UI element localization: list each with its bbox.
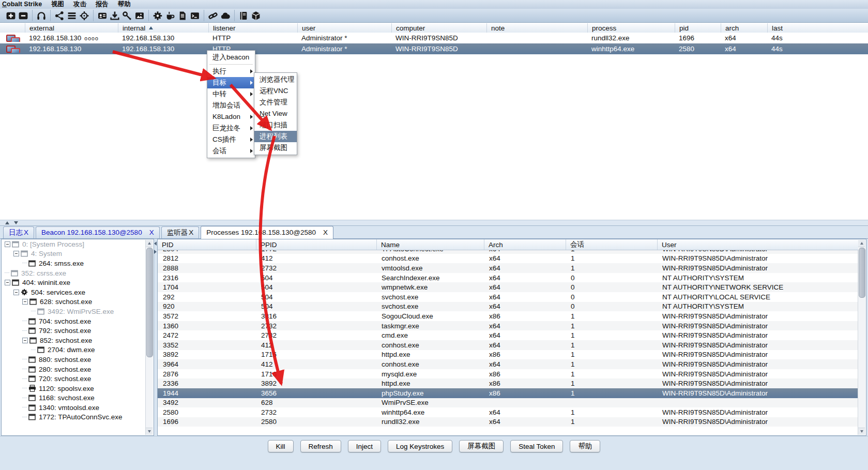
crosshair-icon[interactable] <box>78 10 90 21</box>
steal-token-button[interactable]: Steal Token <box>510 440 563 452</box>
book-icon[interactable] <box>237 10 250 21</box>
column-header-computer[interactable]: computer <box>391 23 486 33</box>
coffee-icon[interactable] <box>164 10 176 21</box>
process-row[interactable]: 3964412conhost.exex641WIN-RRI9T9SN85D\Ad… <box>158 359 858 369</box>
process-table-scrollbar[interactable] <box>858 240 865 435</box>
tab-close-icon[interactable]: X <box>24 229 28 236</box>
menu-item-spawn-session[interactable]: 增加会话 <box>207 100 255 111</box>
menu-item-pivoting[interactable]: 中转 <box>207 88 255 100</box>
menu-item-enter-beacon[interactable]: 进入beacon <box>207 52 255 63</box>
process-row[interactable]: 2812412conhost.exex641WIN-RRI9T9SN85D\Ad… <box>158 254 858 264</box>
log-keystrokes-button[interactable]: Log Keystrokes <box>388 440 452 452</box>
column-header-process[interactable]: process <box>587 23 675 33</box>
tree-item[interactable]: 352: csrss.exe <box>2 268 154 278</box>
menu-item-target[interactable]: 目标 <box>207 77 255 88</box>
tree-item[interactable]: 504: services.exe <box>2 287 154 297</box>
tree-item[interactable]: 1120: spoolsv.exe <box>2 384 154 393</box>
process-row[interactable]: 292504svchost.exex640NT AUTHORITY\LOCAL … <box>158 292 858 302</box>
column-header-session[interactable]: 会话 <box>566 239 657 250</box>
process-row[interactable]: 1704504wmpnetwk.exex640NT AUTHORITY\NETW… <box>158 282 858 292</box>
scroll-up-icon[interactable] <box>146 240 153 247</box>
tab-close-icon[interactable]: X <box>189 229 193 236</box>
session-row[interactable]: 192.168.158.130192.168.158.130HTTPAdmini… <box>0 43 868 54</box>
scroll-down-icon[interactable] <box>858 428 865 435</box>
column-header-process-name[interactable]: Name <box>376 239 484 250</box>
column-header-note[interactable]: note <box>486 23 587 33</box>
column-header-last[interactable]: last <box>767 23 868 33</box>
link-icon[interactable] <box>207 10 219 21</box>
column-header-ppid[interactable]: PPID <box>256 239 376 250</box>
process-row[interactable]: 13602732taskmgr.exex641WIN-RRI9T9SN85D\A… <box>158 321 858 331</box>
process-scrollbar-thumb[interactable] <box>859 248 865 298</box>
tree-item[interactable]: 880: svchost.exe <box>2 355 154 365</box>
splitter-collapse-right-icon[interactable] <box>154 250 157 254</box>
tree-collapse-icon[interactable] <box>22 338 28 343</box>
horizontal-splitter[interactable] <box>0 220 868 226</box>
menu-item-execute[interactable]: 执行 <box>207 66 255 77</box>
process-row[interactable]: 3492628WmiPrvSE.exe <box>158 398 858 408</box>
image-icon[interactable] <box>133 10 146 21</box>
tree-item[interactable]: 4: System <box>2 249 154 259</box>
submenu-item-process-list[interactable]: 进程列表 <box>254 131 297 142</box>
screenshot-button[interactable]: 屏幕截图 <box>459 440 504 452</box>
tab-beacon[interactable]: Beacon 192.168.158.130@2580X <box>36 226 160 238</box>
menu-item-cs-plugin[interactable]: CS插件 <box>207 134 255 145</box>
tree-scrollbar[interactable] <box>145 240 153 435</box>
process-row[interactable]: 28882732vmtoolsd.exex641WIN-RRI9T9SN85D\… <box>158 263 858 273</box>
process-row[interactable]: 23363892httpd.exex861WIN-RRI9T9SN85D\Adm… <box>158 378 858 388</box>
submenu-item-browser-pivot[interactable]: 浏览器代理 <box>254 74 297 85</box>
process-row[interactable]: 28041772TPAutoConnect.exex641WIN-RRI9T9S… <box>158 250 858 254</box>
session-row[interactable]: 192.168.158.130oooo192.168.158.130HTTPAd… <box>0 33 868 43</box>
list-icon[interactable] <box>66 10 78 21</box>
column-header-pid[interactable]: pid <box>675 23 721 33</box>
remove-icon[interactable] <box>17 10 29 21</box>
tab-listeners[interactable]: 监听器X <box>161 226 200 238</box>
tree-item[interactable]: 0: [System Process] <box>2 239 154 249</box>
tree-item[interactable]: 1772: TPAutoConnSvc.exe <box>2 413 154 422</box>
process-row[interactable]: 19443656phpStudy.exex861WIN-RRI9T9SN85D\… <box>158 388 858 398</box>
column-header-user[interactable]: user <box>297 23 391 33</box>
submenu-item-port-scan[interactable]: 端口扫描 <box>254 119 297 131</box>
help-button[interactable]: 帮助 <box>570 440 600 452</box>
column-header-internal[interactable]: internal <box>118 23 208 33</box>
menu-item-k8ladon[interactable]: K8Ladon <box>207 111 255 123</box>
tree-item[interactable]: 852: svchost.exe <box>2 336 154 345</box>
tree-scrollbar-thumb[interactable] <box>146 248 153 357</box>
tree-item[interactable]: 704: svchost.exe <box>2 316 154 326</box>
headphones-icon[interactable] <box>35 10 48 21</box>
process-row[interactable]: 28761716mysqld.exex861WIN-RRI9T9SN85D\Ad… <box>158 369 858 379</box>
column-header-icon[interactable] <box>0 23 25 33</box>
tree-item[interactable]: 1168: svchost.exe <box>2 393 154 403</box>
menubar-item-attacks[interactable]: 攻击 <box>69 0 91 9</box>
tab-close-icon[interactable]: X <box>323 229 328 236</box>
tree-collapse-icon[interactable] <box>13 251 19 256</box>
share-icon[interactable] <box>53 10 66 21</box>
menubar-item-view[interactable]: 视图 <box>47 0 69 9</box>
menubar-item-help[interactable]: 帮助 <box>113 0 135 9</box>
tree-collapse-icon[interactable] <box>22 299 28 305</box>
kill-button[interactable]: Kill <box>268 440 294 452</box>
badge-icon[interactable] <box>96 10 109 21</box>
process-row[interactable]: 25802732winhttp64.exex641WIN-RRI9T9SN85D… <box>158 407 858 417</box>
inject-button[interactable]: Inject <box>348 440 381 452</box>
gear-icon[interactable] <box>151 10 164 21</box>
document-icon[interactable] <box>176 10 189 21</box>
terminal-icon[interactable] <box>189 10 201 21</box>
submenu-item-file-manager[interactable]: 文件管理 <box>254 97 297 108</box>
process-row[interactable]: 24722732cmd.exex641WIN-RRI9T9SN85D\Admin… <box>158 330 858 340</box>
tab-log[interactable]: 日志X <box>3 226 34 238</box>
refresh-button[interactable]: Refresh <box>300 440 341 452</box>
submenu-item-screenshot[interactable]: 屏幕截图 <box>254 142 297 154</box>
column-header-arch[interactable]: Arch <box>484 239 566 250</box>
menu-item-julong-ladon[interactable]: 巨龙拉冬 <box>207 123 255 134</box>
process-row[interactable]: 2316504SearchIndexer.exex640NT AUTHORITY… <box>158 273 858 283</box>
tree-collapse-icon[interactable] <box>5 280 10 285</box>
splitter-collapse-left-icon[interactable] <box>154 241 157 246</box>
column-header-user[interactable]: User <box>657 239 858 250</box>
tree-item[interactable]: 720: svchost.exe <box>2 374 154 384</box>
tab-close-icon[interactable]: X <box>149 229 154 236</box>
column-header-external[interactable]: external <box>25 23 118 33</box>
tree-item[interactable]: 280: svchost.exe <box>2 365 154 374</box>
tree-collapse-icon[interactable] <box>13 290 19 295</box>
tree-item[interactable]: 1340: vmtoolsd.exe <box>2 403 154 413</box>
